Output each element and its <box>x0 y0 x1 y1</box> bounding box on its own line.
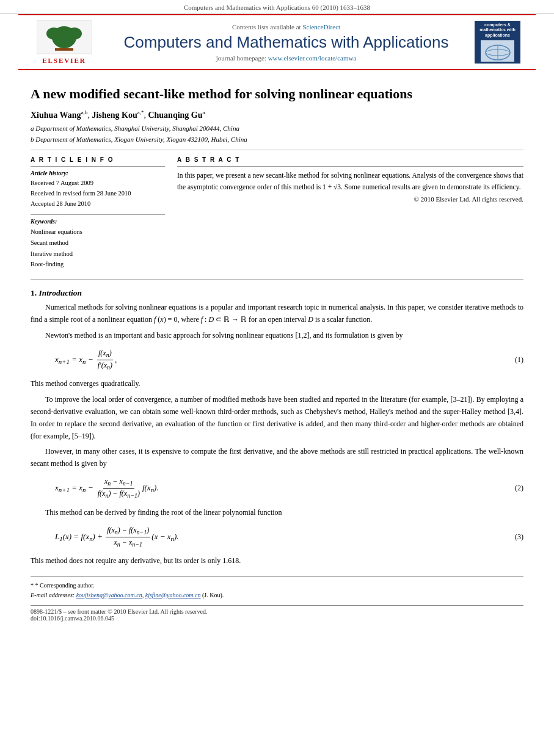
svg-point-4 <box>67 27 82 40</box>
section-title: Introduction <box>39 288 82 297</box>
intro-para5: However, in many other cases, it is expe… <box>31 446 523 470</box>
journal-header: ELSEVIER Contents lists available at Sci… <box>18 14 536 70</box>
bottom-bar: 0898-1221/$ – see front matter © 2010 El… <box>31 605 523 622</box>
revised-date: Received in revised form 28 June 2010 <box>31 189 165 199</box>
abstract-text: In this paper, we present a new secant-l… <box>177 170 523 192</box>
article-info-label: A R T I C L E I N F O <box>31 156 165 163</box>
equation-3: L1(x) = f(xn) + f(xn) − f(xn−1) xn − xn−… <box>55 525 515 550</box>
elsevier-logo-area: ELSEVIER <box>31 20 98 64</box>
article-info-column: A R T I C L E I N F O Article history: R… <box>31 156 165 270</box>
author2-sup: a,* <box>137 109 144 115</box>
equation-2-container: xn+1 = xn − xn − xn−1 f(xn) − f(xn−1) f(… <box>55 476 523 501</box>
intro-para2: Newton's method is an important and basi… <box>31 330 523 342</box>
intro-para3: This method converges quadratically. <box>31 378 523 390</box>
author3-name: Chuanqing Gu <box>148 110 202 119</box>
section-number: 1. <box>31 288 37 297</box>
sciencedirect-link[interactable]: ScienceDirect <box>302 23 340 31</box>
elsevier-tree-icon <box>37 20 92 56</box>
intro-para1: Numerical methods for solving nonlinear … <box>31 302 523 326</box>
svg-rect-5 <box>55 48 73 51</box>
homepage-link[interactable]: www.elsevier.com/locate/camwa <box>268 54 357 62</box>
journal-thumbnail: computers & mathematics with application… <box>475 21 523 64</box>
equation-2-number: (2) <box>515 484 523 493</box>
affiliation-a: a Department of Mathematics, Shanghai Un… <box>31 123 523 134</box>
journal-cover-img <box>481 40 514 62</box>
article-info-abstract: A R T I C L E I N F O Article history: R… <box>31 156 523 270</box>
affiliations: a Department of Mathematics, Shanghai Un… <box>31 123 523 145</box>
keyword-1: Nonlinear equations <box>31 227 165 238</box>
author1-sup: a,b <box>81 109 88 115</box>
elsevier-brand-text: ELSEVIER <box>42 57 86 64</box>
abstract-column: A B S T R A C T In this paper, we presen… <box>177 156 523 270</box>
equation-1-container: xn+1 = xn − f(xn) f′(xn) , (1) <box>55 348 523 373</box>
author2-name: Jisheng Kou <box>92 110 137 119</box>
intro-para6: This method can be derived by finding th… <box>31 507 523 519</box>
footnotes: * * Corresponding author. E-mail address… <box>31 576 523 600</box>
star-symbol: * <box>31 582 34 589</box>
elsevier-logo: ELSEVIER <box>31 20 98 64</box>
abstract-block: In this paper, we present a new secant-l… <box>177 166 523 203</box>
corresponding-author-note: * * Corresponding author. <box>31 581 523 591</box>
journal-homepage: journal homepage: www.elsevier.com/locat… <box>104 54 468 62</box>
content-area: A new modified secant-like method for so… <box>0 70 554 634</box>
email2-link[interactable]: kjsfine@yahoo.com.cn <box>145 592 201 598</box>
copyright-notice: © 2010 Elsevier Ltd. All rights reserved… <box>177 195 523 203</box>
article-history: Article history: Received 7 August 2009 … <box>31 166 165 209</box>
keywords-block: Keywords: Nonlinear equations Secant met… <box>31 214 165 270</box>
email1-link[interactable]: koujisheng@yahoo.com.cn <box>76 592 142 598</box>
divider-2 <box>31 279 523 280</box>
journal-title: Computers and Mathematics with Applicati… <box>104 33 468 52</box>
intro-section-header: 1. Introduction <box>31 288 523 298</box>
journal-citation: Computers and Mathematics with Applicati… <box>184 4 370 11</box>
affiliation-b: b Department of Mathematics, Xiogan Univ… <box>31 134 523 145</box>
equation-3-number: (3) <box>515 532 523 542</box>
license-text: 0898-1221/$ – see front matter © 2010 El… <box>31 608 523 615</box>
page-wrapper: Computers and Mathematics with Applicati… <box>0 0 554 756</box>
keyword-3: Iterative method <box>31 249 165 260</box>
equation-1-number: (1) <box>515 355 523 365</box>
keyword-4: Root-finding <box>31 259 165 270</box>
paper-title: A new modified secant-like method for so… <box>31 85 523 103</box>
equation-2: xn+1 = xn − xn − xn−1 f(xn) − f(xn−1) f(… <box>55 476 515 501</box>
sciencedirect-notice: Contents lists available at ScienceDirec… <box>104 23 468 31</box>
equation-3-container: L1(x) = f(xn) + f(xn) − f(xn−1) xn − xn−… <box>55 525 523 550</box>
history-label: Article history: <box>31 170 165 176</box>
authors-line: Xiuhua Wanga,b, Jisheng Koua,*, Chuanqin… <box>31 109 523 120</box>
doi-text: doi:10.1016/j.camwa.2010.06.045 <box>31 615 523 622</box>
intro-para4: To improve the local order of convergenc… <box>31 394 523 442</box>
received-date: Received 7 August 2009 <box>31 178 165 189</box>
keyword-2: Secant method <box>31 238 165 249</box>
top-bar: Computers and Mathematics with Applicati… <box>0 0 554 14</box>
author3-sup: a <box>203 109 205 115</box>
email-addresses: E-mail addresses: koujisheng@yahoo.com.c… <box>31 591 523 600</box>
journal-cover: computers & mathematics with application… <box>475 21 520 64</box>
equation-1: xn+1 = xn − f(xn) f′(xn) , <box>55 348 515 373</box>
cover-graphic-icon <box>483 40 513 62</box>
journal-header-center: Contents lists available at ScienceDirec… <box>98 23 475 62</box>
keywords-label: Keywords: <box>31 218 165 225</box>
divider-1 <box>31 150 523 150</box>
abstract-label: A B S T R A C T <box>177 156 523 163</box>
accepted-date: Accepted 28 June 2010 <box>31 199 165 209</box>
author1-name: Xiuhua Wang <box>31 110 81 119</box>
svg-point-3 <box>46 27 61 40</box>
intro-para7: This method does not require any derivat… <box>31 555 523 567</box>
